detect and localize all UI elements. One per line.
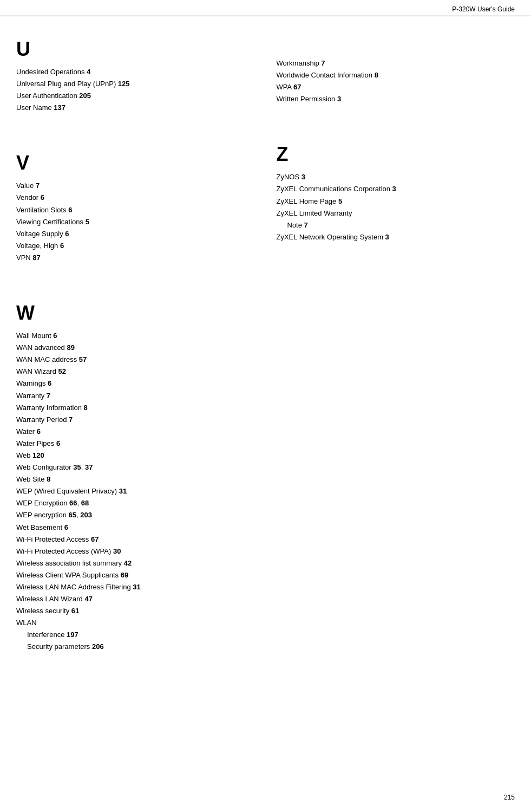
list-item: ZyXEL Home Page 5 [277,196,515,207]
list-item: Wi-Fi Protected Access (WPA) 30 [16,545,255,557]
list-item: WEP (Wired Equivalent Privacy) 31 [16,485,255,497]
list-item: Wet Basement 6 [16,522,255,534]
list-item: Workmanship 7 [277,57,515,69]
section-z-list: ZyNOS 3 ZyXEL Communications Corporation… [277,171,515,243]
list-item: Wireless LAN MAC Address Filtering 31 [16,581,255,593]
list-item: Wi-Fi Protected Access 67 [16,534,255,545]
section-v-list: Value 7 Vendor 6 Ventilation Slots 6 Vie… [16,180,255,264]
list-item: WAN advanced 89 [16,342,255,354]
list-item: ZyXEL Communications Corporation 3 [277,183,515,195]
list-item: WEP Encryption 66, 68 [16,497,255,509]
left-column: U Undesired Operations 4 Universal Plug … [16,27,266,664]
list-item: Wireless security 61 [16,605,255,617]
page-number: 215 [504,794,515,801]
list-item: Wireless Client WPA Supplicants 69 [16,569,255,581]
list-item: Universal Plug and Play (UPnP) 125 [16,78,255,90]
list-item: Wireless association list summary 42 [16,557,255,569]
list-item: Vendor 6 [16,192,255,204]
list-item: Ventilation Slots 6 [16,204,255,216]
page-header: P-320W User's Guide [0,0,531,16]
list-item: Warranty Period 7 [16,414,255,426]
page-footer: 215 [504,794,515,801]
list-item: ZyNOS 3 [277,171,515,183]
list-item: Undesired Operations 4 [16,66,255,78]
list-item: User Name 137 [16,102,255,114]
list-item: Warranty Information 8 [16,402,255,414]
list-item: Viewing Certifications 5 [16,216,255,228]
section-w-continued-list: Workmanship 7 Worldwide Contact Informat… [277,57,515,105]
list-item: VPN 87 [16,252,255,264]
list-item: Web 120 [16,450,255,462]
list-item: Water 6 [16,426,255,438]
list-item: Wireless LAN Wizard 47 [16,593,255,605]
list-item: Worldwide Contact Information 8 [277,69,515,81]
section-w-list: Wall Mount 6 WAN advanced 89 WAN MAC add… [16,330,255,653]
list-item: ZyXEL Network Operating System 3 [277,231,515,243]
section-v-letter: V [16,152,255,174]
list-item: Water Pipes 6 [16,438,255,450]
list-item: Web Configurator 35, 37 [16,462,255,473]
list-item: Security parameters 206 [16,641,255,653]
section-z-letter: Z [277,143,515,166]
list-item: Voltage Supply 6 [16,228,255,240]
list-item: User Authentication 205 [16,90,255,102]
right-column: Workmanship 7 Worldwide Contact Informat… [266,27,515,664]
list-item: Warnings 6 [16,378,255,389]
list-item: Value 7 [16,180,255,192]
list-item: WAN Wizard 52 [16,366,255,378]
section-u-letter: U [16,38,255,61]
list-item: Note 7 [277,219,515,231]
section-u-list: Undesired Operations 4 Universal Plug an… [16,66,255,114]
list-item: WEP encryption 65, 203 [16,509,255,521]
list-item: Wall Mount 6 [16,330,255,342]
list-item: Written Permission 3 [277,93,515,105]
header-title: P-320W User's Guide [452,5,515,13]
section-w-letter: W [16,302,255,324]
list-item: WPA 67 [277,81,515,93]
list-item: Warranty 7 [16,390,255,402]
list-item: WAN MAC address 57 [16,354,255,366]
list-item: Web Site 8 [16,473,255,485]
list-item: Interference 197 [16,629,255,641]
list-item: WLAN [16,617,255,629]
list-item: ZyXEL Limited Warranty [277,207,515,219]
list-item: Voltage, High 6 [16,240,255,252]
